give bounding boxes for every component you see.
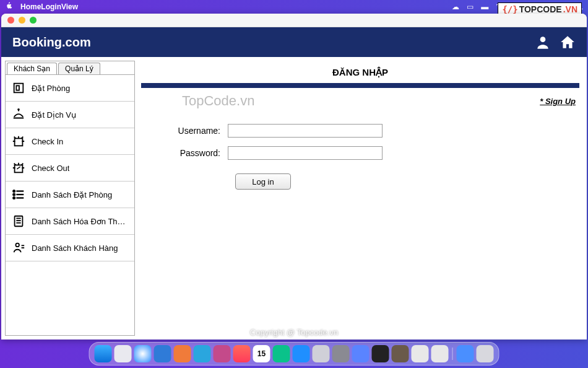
dock-app-icon[interactable] — [233, 345, 251, 362]
login-separator — [141, 83, 579, 88]
sidebar-item-check-out[interactable]: Check Out — [6, 155, 134, 182]
dock-app-icon[interactable] — [214, 345, 231, 362]
sidebar-item-label: Đặt Dịch Vụ — [32, 110, 76, 120]
dock-app-icon[interactable] — [431, 345, 449, 362]
sidebar-item-label: Danh Sách Đặt Phòng — [32, 190, 112, 199]
app-header: Booking.com — [1, 27, 587, 57]
customer-icon — [12, 241, 25, 255]
topcode-watermark-text: TopCode.vn — [182, 93, 254, 109]
login-button[interactable]: Log in — [235, 173, 291, 190]
list-icon — [12, 188, 25, 201]
svg-rect-5 — [16, 85, 19, 90]
sidebar-item-label: Check In — [32, 137, 63, 146]
sidebar-item-check-in[interactable]: Check In — [6, 128, 134, 155]
menubar-app-title[interactable]: HomeLoginView — [20, 2, 78, 11]
window-titlebar — [1, 14, 587, 27]
username-input[interactable] — [228, 124, 383, 138]
svg-point-9 — [13, 190, 15, 192]
dock-calendar-icon[interactable]: 15 — [253, 345, 270, 362]
apple-logo-icon[interactable] — [5, 2, 13, 12]
sidebar-item-ds-hoa-don[interactable]: Danh Sách Hóa Đơn Thuê Ph... — [6, 208, 134, 235]
battery-icon[interactable]: ▬ — [481, 2, 488, 11]
window-maximize-button[interactable] — [30, 17, 37, 24]
sidebar-item-ds-khach-hang[interactable]: Danh Sách Khách Hàng — [6, 235, 134, 261]
dock-safari-icon[interactable] — [134, 345, 152, 362]
svg-point-19 — [15, 243, 19, 247]
svg-rect-8 — [15, 165, 23, 172]
sidebar-item-dat-dich-vu[interactable]: Đặt Dịch Vụ — [6, 102, 134, 128]
checkout-icon — [12, 161, 25, 175]
svg-point-3 — [540, 37, 546, 42]
dock-app-icon[interactable] — [412, 345, 429, 362]
dock-app-icon[interactable] — [194, 345, 211, 362]
dock-app-icon[interactable] — [392, 345, 409, 362]
dock-separator — [452, 348, 453, 360]
password-input[interactable] — [228, 146, 383, 160]
sidebar-item-dat-phong[interactable]: Đặt Phòng — [6, 75, 134, 102]
signup-link[interactable]: * Sign Up — [540, 97, 576, 106]
home-icon[interactable] — [560, 34, 576, 50]
app-window: Booking.com Khách Sạn Quản Lý Đặt Phòng … — [1, 14, 587, 340]
user-icon[interactable] — [535, 34, 551, 50]
menubar-indicator-icon[interactable]: ▭ — [467, 2, 473, 11]
dock-trash-icon[interactable] — [477, 345, 494, 362]
sidebar: Khách Sạn Quản Lý Đặt Phòng Đặt Dịch Vụ … — [5, 61, 135, 336]
docker-icon[interactable]: ☁ — [452, 2, 459, 11]
checkin-icon — [12, 134, 25, 148]
main-panel: ĐĂNG NHẬP TopCode.vn * Sign Up Username:… — [139, 57, 587, 340]
window-close-button[interactable] — [7, 17, 14, 24]
bell-icon — [12, 108, 25, 121]
dock-vscode-icon[interactable] — [154, 345, 171, 362]
dock-app-icon[interactable] — [273, 345, 290, 362]
sidebar-item-ds-dat-phong[interactable]: Danh Sách Đặt Phòng — [6, 182, 134, 208]
password-label: Password: — [141, 148, 228, 158]
brand-title: Booking.com — [12, 35, 91, 50]
tab-khach-san[interactable]: Khách Sạn — [7, 63, 57, 74]
login-title: ĐĂNG NHẬP — [141, 67, 579, 78]
svg-point-13 — [13, 197, 15, 199]
dock-app-icon[interactable] — [174, 345, 191, 362]
sidebar-item-label: Danh Sách Hóa Đơn Thuê Ph... — [32, 217, 128, 226]
sidebar-tabs: Khách Sạn Quản Lý — [6, 61, 134, 75]
dock-terminal-icon[interactable] — [372, 345, 389, 362]
svg-point-11 — [13, 194, 15, 196]
dock-appstore-icon[interactable] — [293, 345, 310, 362]
svg-point-6 — [18, 109, 19, 110]
sidebar-list: Đặt Phòng Đặt Dịch Vụ Check In Check Out… — [6, 75, 134, 335]
macos-dock: 15 — [89, 342, 499, 366]
sidebar-item-label: Danh Sách Khách Hàng — [32, 243, 118, 253]
login-form: Username: Password: Log in — [141, 124, 579, 190]
dock-downloads-icon[interactable] — [457, 345, 474, 362]
dock-finder-icon[interactable] — [95, 345, 112, 362]
svg-rect-7 — [15, 138, 23, 146]
dock-settings-icon[interactable] — [332, 345, 350, 362]
dock-app-icon[interactable] — [313, 345, 330, 362]
username-label: Username: — [141, 126, 228, 136]
room-icon — [12, 81, 25, 95]
invoice-icon — [12, 214, 25, 228]
dock-app-icon[interactable] — [352, 345, 370, 362]
sidebar-item-label: Check Out — [32, 164, 69, 173]
dock-launchpad-icon[interactable] — [115, 345, 132, 362]
window-minimize-button[interactable] — [19, 17, 25, 24]
sidebar-item-label: Đặt Phòng — [32, 84, 70, 93]
tab-quan-ly[interactable]: Quản Lý — [58, 63, 100, 74]
